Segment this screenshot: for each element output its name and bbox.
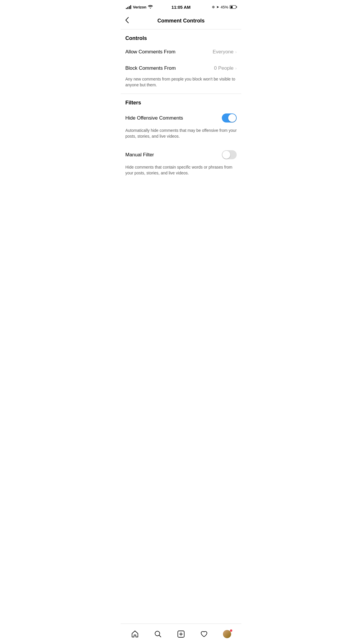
main-content: Controls Allow Comments From Everyone › … — [121, 29, 241, 205]
controls-section: Controls Allow Comments From Everyone › … — [121, 29, 241, 94]
allow-comments-label: Allow Comments From — [125, 49, 175, 55]
controls-section-title: Controls — [125, 35, 237, 41]
block-comments-value: 0 People — [214, 65, 233, 71]
manual-filter-toggle[interactable] — [222, 150, 237, 159]
block-comments-value-group: 0 People › — [214, 65, 237, 71]
status-right: ⊕ ➤ 45% — [212, 5, 236, 9]
block-comments-row[interactable]: Block Comments From 0 People › — [125, 60, 237, 76]
navigation-icon: ➤ — [216, 5, 219, 9]
carrier-label: Verizon — [133, 5, 146, 9]
hide-offensive-toggle[interactable] — [222, 113, 237, 123]
wifi-icon — [148, 5, 153, 9]
chevron-right-icon-2: › — [235, 66, 237, 71]
location-icon: ⊕ — [212, 5, 215, 9]
nav-header: Comment Controls — [121, 13, 241, 29]
allow-comments-value: Everyone — [213, 49, 234, 55]
filters-section: Filters Hide Offensive Comments Automati… — [121, 94, 241, 182]
manual-filter-description: Hide comments that contain specific word… — [125, 164, 237, 182]
status-bar: Verizon 11:05 AM ⊕ ➤ 45% — [121, 0, 241, 13]
hide-offensive-label: Hide Offensive Comments — [125, 115, 183, 121]
allow-comments-value-group: Everyone › — [213, 49, 237, 55]
hide-offensive-description: Automatically hide comments that may be … — [125, 128, 237, 145]
battery-icon — [230, 5, 236, 9]
toggle-knob-hide-offensive — [228, 114, 236, 122]
time-label: 11:05 AM — [171, 5, 190, 10]
block-comments-description: Any new comments from people you block w… — [125, 76, 237, 94]
block-comments-label: Block Comments From — [125, 65, 176, 71]
manual-filter-row[interactable]: Manual Filter — [125, 145, 237, 164]
back-button[interactable] — [125, 16, 131, 26]
filters-section-title: Filters — [125, 100, 237, 106]
chevron-right-icon: › — [235, 50, 237, 54]
allow-comments-row[interactable]: Allow Comments From Everyone › — [125, 44, 237, 60]
signal-bars-icon — [126, 5, 131, 9]
hide-offensive-row[interactable]: Hide Offensive Comments — [125, 108, 237, 128]
manual-filter-label: Manual Filter — [125, 152, 154, 158]
toggle-knob-manual-filter — [222, 151, 230, 159]
page-title: Comment Controls — [157, 18, 205, 24]
battery-percentage: 45% — [221, 5, 228, 9]
status-left: Verizon — [126, 5, 153, 9]
